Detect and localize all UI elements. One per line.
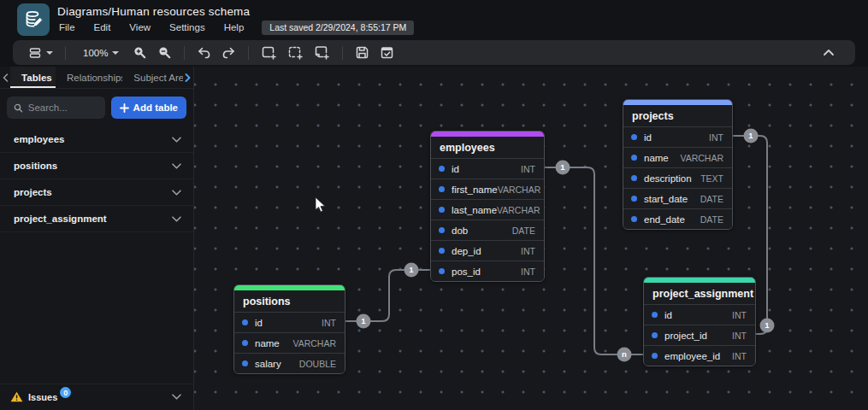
menu-item-view[interactable]: View (121, 20, 158, 34)
tabs-scroll-right[interactable] (183, 67, 193, 88)
table-field-row[interactable]: nameVARCHAR (623, 147, 732, 167)
field-dot-icon (439, 227, 445, 233)
table-field-row[interactable]: dep_idINT (431, 240, 544, 261)
menu-item-help[interactable]: Help (216, 20, 252, 34)
add-area-button[interactable] (282, 43, 309, 62)
svg-text:1: 1 (361, 316, 366, 325)
chevron-down-icon (172, 163, 181, 169)
field-type: INT (521, 266, 535, 277)
table-field-row[interactable]: first_nameVARCHAR (431, 179, 544, 199)
field-type: INT (322, 318, 336, 328)
sidebar-item-projects[interactable]: projects (0, 179, 193, 206)
field-dot-icon (652, 312, 658, 318)
table-field-row[interactable]: last_nameVARCHAR (431, 199, 544, 220)
field-name: start_date (644, 194, 700, 204)
field-dot-icon (439, 166, 445, 172)
search-row: Add table (0, 89, 193, 126)
zoom-level-dropdown[interactable]: 100% (78, 45, 124, 61)
sidebar-item-employees[interactable]: employees (0, 126, 193, 153)
table-field-row[interactable]: idINT (431, 158, 544, 179)
field-name: last_name (452, 205, 497, 215)
field-dot-icon (631, 134, 637, 140)
field-type: INT (732, 331, 747, 341)
diagram-table-project_assignment[interactable]: project_assignmentidINTproject_idINTempl… (643, 277, 756, 366)
add-table-tool-button[interactable] (256, 43, 282, 62)
field-type: TEXT (700, 173, 723, 184)
menu-item-file[interactable]: File (57, 20, 83, 34)
tab-subject-areas[interactable]: Subject Are (122, 67, 183, 88)
undo-button[interactable] (192, 44, 216, 62)
table-field-row[interactable]: descriptionTEXT (623, 167, 732, 188)
diagram-table-positions[interactable]: positionsidINTnameVARCHARsalaryDOUBLE (233, 284, 345, 374)
add-table-icon (261, 45, 277, 60)
table-field-row[interactable]: pos_idINT (431, 261, 544, 281)
menu-item-edit[interactable]: Edit (86, 20, 119, 34)
plus-icon (120, 103, 129, 113)
view-options-button[interactable] (23, 44, 58, 62)
table-field-row[interactable]: end_dateDATE (623, 208, 732, 229)
sidebar-item-positions[interactable]: positions (0, 153, 193, 179)
field-type: VARCHAR (497, 205, 540, 215)
field-dot-icon (242, 360, 248, 366)
menu-item-settings[interactable]: Settings (162, 20, 213, 34)
field-dot-icon (631, 155, 637, 161)
toolbar-separator (248, 46, 249, 60)
tab-tables[interactable]: Tables (10, 67, 56, 88)
table-field-row[interactable]: idINT (623, 126, 732, 147)
toolbar: 100% (13, 40, 855, 65)
search-box[interactable] (7, 97, 105, 119)
table-field-row[interactable]: project_idINT (644, 325, 755, 345)
table-field-row[interactable]: dobDATE (431, 220, 544, 240)
diagram-table-projects[interactable]: projectsidINTnameVARCHARdescriptionTEXTs… (623, 99, 733, 230)
chevron-up-icon (823, 49, 835, 56)
field-name: id (255, 318, 322, 328)
table-field-row[interactable]: start_dateDATE (623, 188, 732, 208)
field-dot-icon (631, 216, 637, 222)
field-type: INT (709, 132, 723, 143)
chevron-down-icon (172, 216, 181, 222)
svg-text:1: 1 (560, 162, 565, 172)
diagram-table-employees[interactable]: employeesidINTfirst_nameVARCHARlast_name… (430, 131, 545, 282)
issues-bar[interactable]: Issues 0 (0, 384, 193, 410)
table-title: projects (623, 105, 732, 126)
caret-down-icon (112, 51, 119, 55)
zoom-in-button[interactable] (127, 43, 152, 62)
sidebar-item-project_assignment[interactable]: project_assignment (0, 206, 193, 232)
todo-button[interactable] (375, 43, 399, 62)
table-field-row[interactable]: employee_idINT (644, 345, 755, 366)
chevron-down-icon (172, 190, 181, 196)
redo-button[interactable] (216, 44, 241, 62)
table-title: project_assignment (644, 283, 755, 304)
toolbar-separator (342, 46, 343, 60)
table-field-row[interactable]: salaryDOUBLE (234, 353, 345, 373)
relationship-wire-positions-employees[interactable] (345, 270, 430, 321)
table-field-row[interactable]: idINT (644, 304, 755, 325)
app-logo (17, 3, 50, 36)
field-type: DATE (700, 214, 723, 225)
chevron-down-icon (172, 394, 181, 400)
collapse-toolbar-button[interactable] (818, 46, 840, 59)
add-table-button[interactable]: Add table (111, 97, 186, 119)
field-type: INT (521, 164, 535, 174)
tab-relationships[interactable]: Relationships (56, 67, 122, 88)
search-input[interactable] (28, 102, 98, 113)
field-dot-icon (652, 353, 658, 359)
table-title: positions (234, 290, 345, 312)
save-button[interactable] (350, 43, 375, 62)
field-name: end_date (644, 214, 700, 225)
field-name: id (664, 310, 732, 320)
tabs-scroll-left[interactable] (0, 67, 10, 88)
table-field-row[interactable]: idINT (234, 312, 345, 332)
cardinality-label: n (617, 348, 632, 362)
cardinality-label: 1 (556, 161, 570, 175)
add-note-button[interactable] (309, 43, 335, 62)
todo-checklist-icon (380, 45, 394, 60)
table-field-row[interactable]: nameVARCHAR (234, 332, 345, 353)
field-name: salary (255, 359, 299, 369)
redo-icon (221, 46, 236, 60)
diagram-canvas[interactable]: 111n11 employeesidINTfirst_nameVARCHARla… (194, 67, 868, 410)
field-type: VARCHAR (292, 338, 336, 348)
issues-count-badge: 0 (60, 387, 71, 398)
zoom-out-button[interactable] (152, 43, 177, 62)
sidebar: Tables Relationships Subject Are Add tab… (0, 67, 194, 410)
